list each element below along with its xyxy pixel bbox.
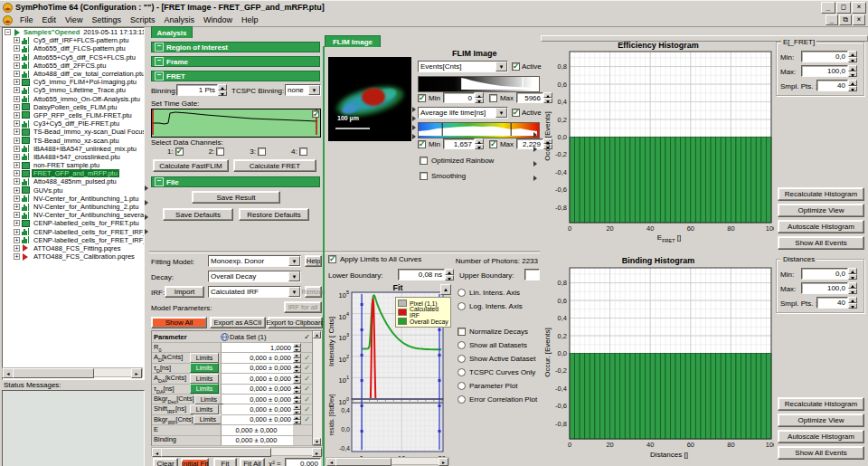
tree-h-scrollbar[interactable]: ◂ ▸ (2, 367, 143, 377)
value-spinner[interactable] (293, 353, 301, 362)
expander-icon[interactable]: + (14, 212, 20, 218)
lifetime-min-checkbox[interactable]: ✓ (418, 140, 426, 148)
lifetime-active-checkbox[interactable]: ✓ (512, 109, 520, 117)
radio-button[interactable] (458, 341, 466, 349)
tree-item[interactable]: + Atto488_485nm_pulsed.ptu (3, 177, 144, 185)
distances-max-input[interactable]: 100,0 (801, 282, 848, 294)
scroll-right-arrow[interactable]: ▸ (312, 448, 322, 457)
binning-input[interactable]: 1 Pts (176, 84, 218, 96)
histogram-button[interactable]: Recalculate Histogram (778, 187, 864, 201)
expander-icon[interactable]: + (14, 178, 20, 185)
efret-max-spinner[interactable] (848, 65, 857, 77)
intensity-max-checkbox[interactable]: ✓ (489, 94, 497, 102)
radio-button[interactable] (458, 302, 466, 310)
lower-boundary-input[interactable]: 0,08 ns (398, 269, 445, 281)
save-result-button[interactable]: Save Result (192, 191, 280, 204)
expander-icon[interactable]: + (14, 112, 20, 119)
expander-icon[interactable]: + (14, 96, 20, 102)
radio-button[interactable] (458, 368, 466, 376)
distances-min-input[interactable]: 0,0 (801, 268, 848, 280)
restore-defaults-button[interactable]: Restore Defaults (239, 208, 309, 221)
save-defaults-button[interactable]: Save Defaults (163, 208, 233, 221)
tree-item[interactable]: + NV-Center_for_Antibunching_1.ptu (3, 195, 144, 203)
tree-item[interactable]: + Cy5_diff_IRF+FLCS-pattern.ptu (3, 36, 144, 44)
parameter-value[interactable]: 0,000 ± 0,000 (221, 353, 293, 362)
optimized-rainbow-checkbox[interactable]: ✓ (420, 157, 428, 165)
radio-button[interactable] (458, 395, 466, 404)
lifetime-max-input[interactable]: 2,229 (516, 138, 543, 149)
tree-item[interactable]: + CENP-labelled_cells_for_FRET_IRF_Det1 (3, 228, 144, 236)
initial-fit-button[interactable]: Initial Fit (181, 458, 209, 466)
fit-all-button[interactable]: Fit All (240, 458, 265, 466)
histogram-button[interactable]: Recalculate Histogram (778, 397, 864, 411)
tree-item[interactable]: + TS-Bead_immo_xy-scan_Dual Focus.ptu (3, 128, 144, 136)
tree-item[interactable]: + DaisyPollen_cells_FLIM.ptu (3, 103, 144, 111)
parameter-value[interactable]: 0,000 ± 0,000 (221, 385, 293, 394)
tree-root[interactable]: − Samples"Opened 2019-05-11 17:13:11 (3, 28, 144, 36)
efret-smpl-spinner[interactable] (848, 80, 857, 91)
histogram-button[interactable]: Autoscale Histogram (778, 220, 864, 233)
menu-item[interactable]: File (15, 15, 38, 24)
tree-item[interactable]: + CENP-labelled_cells_for_FRET_IRF_Det2 (3, 236, 144, 244)
scroll-thumb[interactable] (161, 448, 271, 457)
intensity-min-spinner[interactable] (475, 92, 484, 103)
channel-checkbox[interactable]: ✓ (216, 147, 224, 156)
export-ascii-button[interactable]: Export as ASCII (210, 317, 266, 328)
import-irf-button[interactable]: Import (165, 286, 204, 298)
right-splitter[interactable] (533, 128, 537, 185)
parameter-value[interactable]: 0,000 ± 0,000 (221, 364, 293, 373)
flim-image-view[interactable]: 100 µm (328, 57, 411, 141)
menu-item[interactable]: Window (199, 15, 237, 24)
time-gate-plot[interactable]: ✓ (151, 109, 321, 138)
menu-item[interactable]: Settings (87, 15, 126, 24)
scroll-thumb[interactable] (13, 368, 94, 378)
histogram-button[interactable]: Show All Events (778, 236, 864, 250)
close-button[interactable]: × (852, 2, 866, 14)
expander-icon[interactable]: + (14, 79, 20, 85)
lower-boundary-spinner[interactable] (445, 269, 454, 281)
fit-h-scrollbar[interactable]: ◂ ▸ (326, 457, 449, 465)
value-spinner[interactable] (293, 364, 301, 373)
mdi-close-button[interactable]: × (853, 14, 865, 25)
section-region-of-interest[interactable]: −Region of Interest (151, 42, 320, 52)
calculate-fret-button[interactable]: Calculate FRET (233, 159, 316, 172)
expander-icon[interactable]: + (14, 245, 20, 252)
tree-item[interactable]: + Atto655_diff_FLCS-pattern.ptu (3, 44, 144, 52)
channel-checkbox[interactable]: ✓ (175, 147, 184, 156)
time-gate-checkbox[interactable]: ✓ (312, 110, 319, 118)
parameter-value[interactable]: 0,000 ± 0,000 (221, 374, 293, 383)
lifetime-max-checkbox[interactable]: ✓ (489, 140, 497, 148)
expander-icon[interactable]: + (14, 195, 20, 202)
value-spinner[interactable] (293, 374, 301, 383)
menu-item[interactable]: Help (237, 15, 263, 24)
limits-button[interactable]: Limits (194, 395, 223, 404)
tree-item[interactable]: + GFP_RFP_cells_FLIM-FRET.ptu (3, 111, 144, 119)
section-file[interactable]: −File (151, 176, 320, 187)
expander-icon[interactable]: + (14, 154, 20, 160)
tree-item[interactable]: + IBA488+IBA547_unlinked_mix.ptu (3, 145, 144, 153)
expander-icon[interactable]: + (14, 128, 20, 135)
parameter-value[interactable]: 0,000 ± 0,000 (221, 395, 293, 404)
expander-icon[interactable]: + (14, 204, 20, 210)
expander-icon[interactable]: + (14, 253, 20, 260)
mdi-minimize-button[interactable]: _ (826, 14, 838, 25)
menu-item[interactable]: Scripts (126, 15, 160, 24)
left-splitter[interactable] (143, 27, 149, 465)
tab-analysis[interactable]: Analysis (151, 26, 193, 38)
value-spinner[interactable] (293, 343, 301, 352)
radio-button[interactable] (458, 289, 466, 297)
chevron-down-icon[interactable]: ▼ (288, 256, 300, 266)
channel-checkbox[interactable]: ✓ (258, 147, 266, 156)
smoothing-checkbox[interactable]: ✓ (420, 172, 428, 180)
lifetime-min-input[interactable]: 1,657 (443, 138, 475, 149)
tree-item[interactable]: + Cy5_immo_FLIM+Pol-Imaging.ptu (3, 78, 144, 86)
limits-button[interactable]: Limits (190, 384, 219, 394)
radio-button[interactable] (458, 355, 466, 363)
distances-min-spinner[interactable] (848, 268, 857, 280)
expander-icon[interactable]: + (14, 62, 20, 69)
parameter-value[interactable]: 0,000 ± 0,000 (221, 404, 293, 414)
binning-spinner[interactable] (218, 84, 227, 96)
scroll-thumb[interactable] (335, 458, 392, 466)
tree-item[interactable]: + GUVs.ptu (3, 186, 144, 195)
menu-item[interactable]: View (61, 15, 87, 24)
